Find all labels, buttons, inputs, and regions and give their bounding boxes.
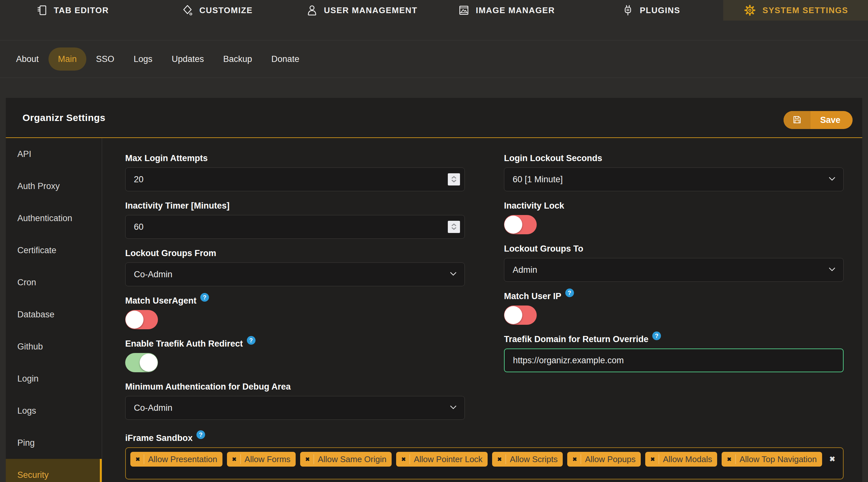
sandbox-tag-label: Allow Presentation — [148, 454, 217, 464]
sandbox-tag-chip[interactable]: ✖ Allow Presentation — [130, 452, 222, 467]
select-value: Admin — [513, 265, 537, 275]
sandbox-tag-chip[interactable]: ✖ Allow Pointer Lock — [396, 452, 488, 467]
help-icon[interactable]: ? — [652, 331, 661, 340]
remove-tag-icon[interactable]: ✖ — [305, 456, 310, 463]
sandbox-tag-chip[interactable]: ✖ Allow Modals — [645, 452, 717, 467]
settings-tabs: About Main SSO Logs Updates Backup Don — [6, 47, 309, 71]
sidebar-item[interactable]: Logs — [6, 395, 102, 427]
help-icon[interactable]: ? — [247, 336, 255, 345]
customize-icon — [181, 4, 193, 17]
sidebar-item[interactable]: Authentication — [6, 202, 102, 234]
remove-tag-icon[interactable]: ✖ — [232, 456, 237, 463]
sidebar-item-label: Database — [17, 310, 55, 320]
inactivity-timer-input-wrap — [125, 215, 465, 239]
save-button[interactable]: Save — [783, 111, 852, 129]
image-icon — [458, 4, 470, 17]
clear-all-tags-icon[interactable]: ✖ — [830, 455, 835, 463]
nav-item-user-management[interactable]: USER MANAGEMENT — [289, 0, 434, 21]
chip-divider — [144, 454, 144, 464]
remove-tag-icon[interactable]: ✖ — [572, 456, 577, 463]
sandbox-tag-chip[interactable]: ✖ Allow Top Navigation — [722, 452, 822, 467]
sandbox-tag-chip[interactable]: ✖ Allow Same Origin — [300, 452, 392, 467]
iframe-sandbox-multiselect[interactable]: ✖ Allow Presentation ✖ Allow Forms — [125, 447, 844, 479]
sandbox-tag-label: Allow Modals — [663, 454, 712, 464]
sandbox-tag-chip[interactable]: ✖ Allow Scripts — [492, 452, 563, 467]
nav-item-system-settings[interactable]: SYSTEM SETTINGS — [723, 0, 868, 21]
select-value: Co-Admin — [134, 403, 173, 413]
nav-item-image-manager[interactable]: IMAGE MANAGER — [434, 0, 579, 21]
sidebar-item[interactable]: Auth Proxy — [6, 170, 102, 202]
top-navigation: TAB EDITOR CUSTOMIZE USER MANAGEMENT — [0, 0, 868, 21]
settings-tab[interactable]: Main — [49, 47, 87, 71]
nav-item-plugins[interactable]: PLUGINS — [579, 0, 723, 21]
toggle-knob — [504, 216, 522, 234]
nav-item-tab-editor[interactable]: TAB EDITOR — [0, 0, 145, 21]
sidebar-item-label: Authentication — [17, 214, 72, 223]
form-column-right: Login Lockout Seconds 60 [1 Minute] — [504, 153, 844, 429]
match-useragent-toggle[interactable] — [125, 310, 158, 329]
settings-tab[interactable]: Updates — [162, 47, 214, 71]
settings-tab-label: Donate — [271, 54, 299, 64]
settings-tab[interactable]: About — [6, 47, 49, 71]
field-label: Enable Traefik Auth Redirect ? — [125, 338, 465, 349]
help-icon[interactable]: ? — [196, 430, 205, 439]
sidebar-item[interactable]: Certificate — [6, 234, 102, 266]
save-button-label: Save — [810, 115, 852, 125]
number-stepper[interactable] — [448, 221, 460, 233]
lockout-groups-to-select[interactable]: Admin — [504, 258, 844, 282]
field-label-text: Lockout Groups To — [504, 243, 583, 254]
help-icon[interactable]: ? — [200, 293, 209, 302]
enable-traefik-auth-redirect-toggle[interactable] — [125, 353, 158, 372]
sidebar-item[interactable]: Login — [6, 363, 102, 395]
field-enable-traefik-auth-redirect: Enable Traefik Auth Redirect ? — [125, 338, 465, 372]
sandbox-tags: ✖ Allow Presentation ✖ Allow Forms — [130, 452, 822, 467]
number-stepper[interactable] — [448, 173, 460, 186]
sidebar-item[interactable]: Security — [6, 459, 102, 482]
match-user-ip-toggle[interactable] — [504, 306, 537, 325]
remove-tag-icon[interactable]: ✖ — [727, 456, 731, 463]
floppy-disk-icon — [792, 115, 802, 126]
field-lockout-groups-from: Lockout Groups From Co-Admin — [125, 248, 465, 286]
settings-tab-label: Updates — [172, 54, 204, 64]
sidebar-item-label: Auth Proxy — [17, 181, 60, 191]
select-value: 60 [1 Minute] — [513, 174, 563, 185]
inactivity-timer-input[interactable] — [125, 215, 465, 238]
lockout-groups-from-select[interactable]: Co-Admin — [125, 262, 465, 286]
tab-editor-icon — [36, 4, 48, 17]
sidebar-item[interactable]: Github — [6, 330, 102, 363]
sandbox-tag-chip[interactable]: ✖ Allow Popups — [567, 452, 641, 467]
remove-tag-icon[interactable]: ✖ — [135, 456, 140, 463]
nav-item-customize[interactable]: CUSTOMIZE — [145, 0, 289, 21]
sandbox-tag-chip[interactable]: ✖ Allow Forms — [227, 452, 296, 467]
inactivity-lock-toggle[interactable] — [504, 215, 537, 234]
field-label: Match User IP ? — [504, 291, 844, 302]
settings-tab[interactable]: Logs — [124, 47, 162, 71]
help-icon[interactable]: ? — [565, 289, 574, 297]
field-label: Max Login Attempts — [125, 153, 465, 164]
sandbox-tag-label: Allow Popups — [585, 454, 636, 464]
remove-tag-icon[interactable]: ✖ — [401, 456, 406, 463]
settings-tab-label: SSO — [96, 54, 114, 64]
login-lockout-seconds-select[interactable]: 60 [1 Minute] — [504, 167, 844, 191]
min-auth-debug-select[interactable]: Co-Admin — [125, 396, 465, 420]
max-login-attempts-input[interactable] — [125, 168, 465, 191]
field-label-text: Traefik Domain for Return Override — [504, 334, 648, 345]
traefik-domain-input-wrap — [504, 349, 844, 372]
remove-tag-icon[interactable]: ✖ — [497, 456, 502, 463]
sidebar-item-label: Logs — [17, 406, 36, 416]
traefik-domain-input[interactable] — [505, 349, 843, 372]
field-label-text: Max Login Attempts — [125, 153, 208, 164]
sandbox-tag-label: Allow Pointer Lock — [414, 454, 483, 464]
sidebar-item[interactable]: Ping — [6, 427, 102, 459]
sidebar-item[interactable]: API — [6, 138, 102, 170]
remove-tag-icon[interactable]: ✖ — [650, 456, 655, 463]
settings-tab[interactable]: Backup — [214, 47, 261, 71]
toggle-knob — [140, 354, 158, 372]
field-label: Minimum Authentication for Debug Area — [125, 381, 465, 392]
settings-tab[interactable]: Donate — [261, 47, 309, 71]
settings-tab-label: About — [16, 54, 39, 64]
field-label-text: iFrame Sandbox — [125, 432, 193, 444]
settings-tab[interactable]: SSO — [86, 47, 124, 71]
sidebar-item[interactable]: Database — [6, 298, 102, 330]
sidebar-item[interactable]: Cron — [6, 266, 102, 298]
